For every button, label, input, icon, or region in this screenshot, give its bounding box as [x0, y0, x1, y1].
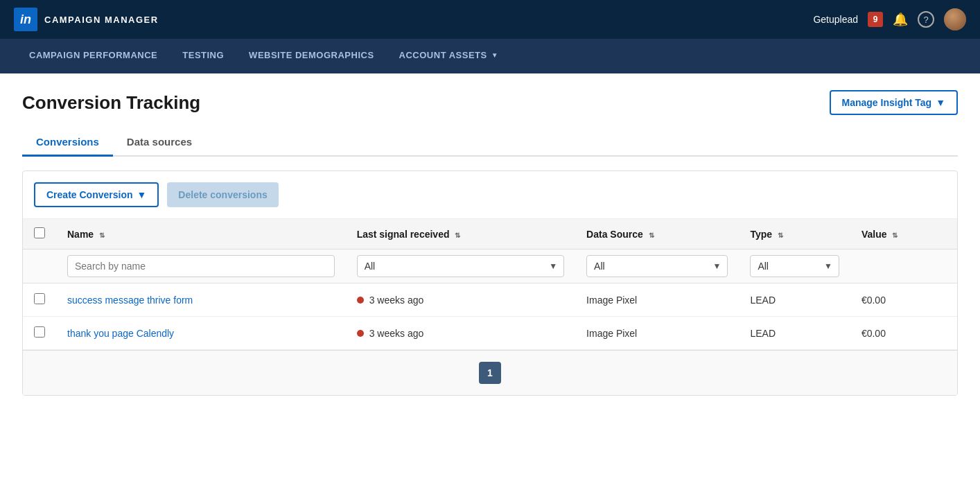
signal-cell-0: 3 weeks ago [357, 295, 564, 306]
brand-name: CAMPAIGN MANAGER [44, 15, 159, 25]
signal-dot-1 [357, 330, 364, 337]
manage-insight-tag-button[interactable]: Manage Insight Tag ▼ [830, 90, 959, 115]
col-value[interactable]: Value ⇅ [850, 219, 957, 250]
avatar[interactable] [944, 8, 966, 30]
nav-website-demographics[interactable]: WEBSITE DEMOGRAPHICS [236, 39, 386, 73]
conversion-link-0[interactable]: success message thrive form [67, 295, 193, 306]
col-datasource-label: Data Source [586, 229, 643, 240]
row-type-0: LEAD [739, 283, 850, 317]
linkedin-logo: in [14, 8, 37, 31]
chevron-down-icon: ▼ [491, 51, 498, 59]
row-checkbox-1[interactable] [34, 326, 45, 338]
row-signal-0: 3 weeks ago [346, 283, 575, 317]
tab-data-sources[interactable]: Data sources [113, 129, 206, 157]
sort-icon-value: ⇅ [892, 231, 898, 239]
top-bar: in CAMPAIGN MANAGER Getuplead 9 🔔 ? [0, 0, 980, 39]
help-icon[interactable]: ? [918, 11, 934, 28]
row-checkbox-cell-0 [23, 283, 56, 317]
select-all-checkbox[interactable] [34, 227, 45, 238]
datasource-filter-wrapper: All ▼ [586, 255, 728, 277]
datasource-filter-select[interactable]: All [586, 255, 728, 277]
row-value-0: €0.00 [850, 283, 957, 317]
delete-conversions-button: Delete conversions [167, 182, 278, 207]
nav-account-assets-label: ACCOUNT ASSETS [399, 50, 487, 60]
col-value-label: Value [861, 229, 887, 240]
select-all-header [23, 219, 56, 250]
filter-datasource-cell: All ▼ [575, 250, 739, 283]
top-bar-right: Getuplead 9 🔔 ? [813, 8, 966, 30]
signal-time-1: 3 weeks ago [369, 328, 424, 339]
create-conversion-label: Create Conversion [46, 189, 132, 200]
row-checkbox-cell-1 [23, 317, 56, 350]
filter-value-cell [850, 250, 957, 283]
type-filter-wrapper: All ▼ [750, 255, 839, 277]
top-bar-left: in CAMPAIGN MANAGER [14, 8, 159, 31]
nav-campaign-performance[interactable]: CAMPAIGN PERFORMANCE [17, 39, 170, 73]
tab-conversions[interactable]: Conversions [22, 129, 113, 157]
avatar-image [944, 8, 966, 30]
search-input[interactable] [67, 255, 335, 277]
account-badge[interactable]: 9 [868, 12, 883, 27]
page-content: Conversion Tracking Manage Insight Tag ▼… [0, 73, 980, 499]
chevron-down-icon: ▼ [936, 97, 945, 108]
row-signal-1: 3 weeks ago [346, 317, 575, 350]
signal-time-0: 3 weeks ago [369, 295, 424, 306]
chevron-down-icon: ▼ [137, 189, 146, 200]
col-name[interactable]: Name ⇅ [56, 219, 346, 250]
page-header: Conversion Tracking Manage Insight Tag ▼ [22, 90, 958, 115]
signal-cell-1: 3 weeks ago [357, 328, 564, 339]
table-header-row: Name ⇅ Last signal received ⇅ Data Sourc… [23, 219, 957, 250]
filter-type-cell: All ▼ [739, 250, 850, 283]
nav-account-assets[interactable]: ACCOUNT ASSETS ▼ [387, 39, 511, 73]
tabs: Conversions Data sources [22, 129, 958, 157]
manage-insight-label: Manage Insight Tag [842, 97, 932, 108]
filter-name-cell [56, 250, 346, 283]
nav-testing[interactable]: TESTING [170, 39, 236, 73]
col-last-signal[interactable]: Last signal received ⇅ [346, 219, 575, 250]
filter-signal-cell: All ▼ [346, 250, 575, 283]
nav-bar: CAMPAIGN PERFORMANCE TESTING WEBSITE DEM… [0, 39, 980, 73]
signal-filter-select[interactable]: All [357, 255, 564, 277]
page-1-button[interactable]: 1 [479, 362, 501, 384]
row-value-1: €0.00 [850, 317, 957, 350]
signal-dot-0 [357, 297, 364, 304]
create-conversion-button[interactable]: Create Conversion ▼ [34, 182, 159, 207]
bell-icon[interactable]: 🔔 [893, 12, 908, 27]
row-datasource-0: Image Pixel [575, 283, 739, 317]
table-toolbar: Create Conversion ▼ Delete conversions [23, 171, 957, 219]
row-name-0: success message thrive form [56, 283, 346, 317]
row-datasource-1: Image Pixel [575, 317, 739, 350]
signal-filter-wrapper: All ▼ [357, 255, 564, 277]
sort-icon-signal: ⇅ [455, 231, 460, 239]
conversion-link-1[interactable]: thank you page Calendly [67, 328, 174, 339]
table-row: success message thrive form 3 weeks ago … [23, 283, 957, 317]
page-title: Conversion Tracking [22, 92, 200, 114]
col-signal-label: Last signal received [357, 229, 450, 240]
type-filter-select[interactable]: All [750, 255, 839, 277]
col-data-source[interactable]: Data Source ⇅ [575, 219, 739, 250]
linkedin-logo-text: in [20, 12, 31, 27]
col-type[interactable]: Type ⇅ [739, 219, 850, 250]
sort-icon-type: ⇅ [778, 231, 783, 239]
filter-row: All ▼ All ▼ [23, 250, 957, 283]
table-container: Create Conversion ▼ Delete conversions N… [22, 170, 958, 396]
col-name-label: Name [67, 229, 94, 240]
account-name: Getuplead [813, 14, 858, 25]
row-checkbox-0[interactable] [34, 293, 45, 304]
sort-icon-name: ⇅ [99, 231, 105, 239]
col-type-label: Type [750, 229, 772, 240]
row-name-1: thank you page Calendly [56, 317, 346, 350]
filter-checkbox-cell [23, 250, 56, 283]
table-body: success message thrive form 3 weeks ago … [23, 283, 957, 350]
sort-icon-datasource: ⇅ [649, 231, 654, 239]
pagination: 1 [23, 350, 957, 395]
table-row: thank you page Calendly 3 weeks ago Imag… [23, 317, 957, 350]
conversions-table: Name ⇅ Last signal received ⇅ Data Sourc… [23, 219, 957, 350]
row-type-1: LEAD [739, 317, 850, 350]
